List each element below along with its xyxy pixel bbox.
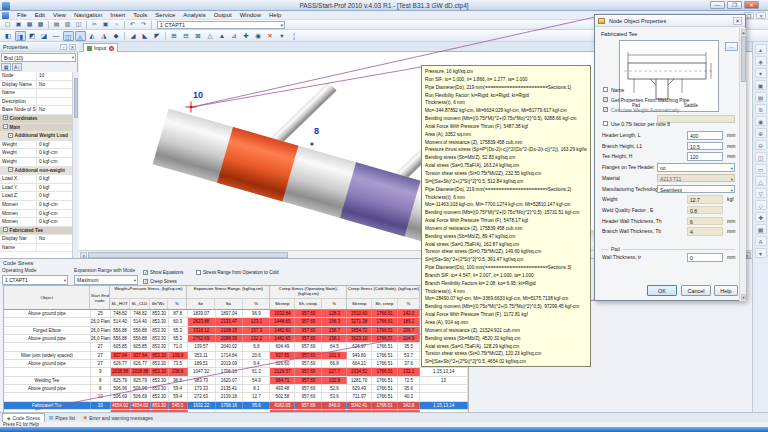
- dock-toolbar-icon[interactable]: ◈: [755, 56, 767, 66]
- table-row[interactable]: Fabricated Tee104654.024654.02853.30545.…: [4, 402, 468, 410]
- element-toolbar-icon[interactable]: △: [205, 31, 216, 41]
- dialog-checkbox[interactable]: [603, 121, 608, 126]
- toolbar-icon[interactable]: ↶: [128, 20, 138, 29]
- dialog-field-select-disabled[interactable]: A213 T11▾: [657, 174, 735, 183]
- element-toolbar-icon[interactable]: ⊟: [181, 31, 192, 41]
- cancel-button[interactable]: Cancel: [681, 285, 711, 296]
- dock-toolbar-icon[interactable]: ⊕: [755, 128, 767, 138]
- scroll-thumb[interactable]: [741, 36, 746, 82]
- pin-icon[interactable]: ▫: [60, 44, 67, 50]
- column-header[interactable]: Sh, creep: [295, 299, 322, 310]
- bottom-tab-pipes-list[interactable]: ▤Pipes list: [45, 413, 79, 422]
- element-toolbar-icon[interactable]: ◤: [152, 31, 163, 41]
- property-value[interactable]: 0 kgf: [37, 175, 72, 183]
- table-row[interactable]: Forged Elbow26,0 Flange556.88556.88853.3…: [4, 327, 468, 335]
- dock-toolbar-icon[interactable]: ✚: [755, 212, 767, 222]
- element-toolbar-icon[interactable]: ◣: [140, 31, 151, 41]
- element-toolbar-icon[interactable]: ◮: [99, 31, 110, 41]
- expansion-range-select[interactable]: Maximum▾: [74, 275, 138, 285]
- minimize-button[interactable]: —: [710, 1, 725, 9]
- dialog-close-icon[interactable]: ✕: [733, 17, 742, 25]
- tab-close-icon[interactable]: ✕: [109, 46, 114, 51]
- dialog-field-input[interactable]: 120: [687, 152, 723, 161]
- property-row[interactable]: Description: [0, 98, 72, 107]
- toolbar-icon[interactable]: ▩: [36, 20, 46, 29]
- help-button[interactable]: Help: [714, 285, 738, 296]
- property-group-row[interactable]: -Main: [0, 124, 72, 133]
- dock-toolbar-icon[interactable]: ◫: [755, 152, 767, 162]
- property-row[interactable]: Momen0 kgf-cm: [0, 201, 72, 210]
- expander-icon[interactable]: -: [3, 124, 8, 129]
- column-header[interactable]: Se: [187, 299, 215, 310]
- expander-icon[interactable]: -: [8, 167, 13, 172]
- property-row[interactable]: Momen0 kgf-cm: [0, 218, 72, 227]
- toolbar-icon[interactable]: ✂: [90, 20, 100, 29]
- property-value[interactable]: 0 kgf: [37, 192, 72, 200]
- toolbar-icon[interactable]: ▢: [3, 20, 13, 29]
- toolbar-icon[interactable]: ▥: [63, 20, 73, 29]
- property-value[interactable]: 0 kgf-cm: [37, 210, 72, 218]
- element-toolbar-icon[interactable]: ▾: [277, 31, 288, 41]
- table-row[interactable]: Welding Tee8825.79825.79853.3096.8983.73…: [4, 377, 468, 385]
- table-row[interactable]: 27605.85605.85853.3071.0139.572040.026.8…: [4, 343, 468, 351]
- property-value[interactable]: No: [37, 235, 72, 243]
- element-toolbar-icon[interactable]: ¦: [289, 31, 300, 41]
- dock-toolbar-icon[interactable]: A: [755, 236, 767, 246]
- menu-service[interactable]: Service: [151, 11, 179, 20]
- show-equations-checkbox[interactable]: [143, 270, 148, 275]
- dialog-checkbox[interactable]: [603, 87, 608, 92]
- maximize-button[interactable]: ❐: [727, 1, 742, 9]
- expander-icon[interactable]: -: [8, 133, 13, 138]
- property-row[interactable]: Load Y,0 kgf: [0, 184, 72, 193]
- pad-wall-thickness-input[interactable]: 0: [687, 253, 723, 262]
- dock-toolbar-icon[interactable]: ▣: [755, 80, 767, 90]
- dock-toolbar-icon[interactable]: ▾: [755, 248, 767, 258]
- element-toolbar-icon[interactable]: —: [51, 31, 62, 41]
- element-toolbar-icon[interactable]: ◉: [253, 31, 264, 41]
- property-group-row[interactable]: +Coordinates: [0, 115, 72, 124]
- property-row[interactable]: Display NameNo: [0, 81, 72, 90]
- column-header[interactable]: %: [168, 299, 187, 310]
- column-header[interactable]: Sa: [215, 299, 243, 310]
- property-value[interactable]: 10: [37, 72, 72, 80]
- element-toolbar-icon[interactable]: ◭: [87, 31, 98, 41]
- menu-edit[interactable]: Edit: [31, 11, 49, 20]
- dock-toolbar-icon[interactable]: ▭: [755, 164, 767, 174]
- column-header[interactable]: Sh, creep: [372, 299, 398, 310]
- operating-mode-select[interactable]: 1 СТАРТ1▾: [2, 275, 68, 285]
- property-value[interactable]: 0 kgf: [37, 141, 72, 149]
- element-toolbar-icon[interactable]: ▲: [217, 31, 228, 41]
- dock-toolbar-icon[interactable]: ≋: [755, 104, 767, 114]
- bottom-tab-error-and-warning-messages[interactable]: ◉Error and warning messages: [79, 413, 157, 422]
- menu-output[interactable]: Output: [210, 11, 236, 20]
- property-value[interactable]: [37, 98, 72, 106]
- dialog-field-select[interactable]: Seamless▾: [657, 185, 735, 194]
- close-icon[interactable]: ✕: [69, 44, 76, 50]
- menu-analysis[interactable]: Analysis: [179, 11, 209, 20]
- property-row[interactable]: Load Z,0 kgf: [0, 192, 72, 201]
- object-selector-dropdown[interactable]: Bnd (10) ▾: [1, 53, 76, 62]
- property-value[interactable]: 0 kgf: [37, 184, 72, 192]
- element-toolbar-icon[interactable]: ◫: [63, 31, 74, 41]
- element-toolbar-icon[interactable]: ◢: [128, 31, 139, 41]
- property-value[interactable]: [37, 89, 72, 97]
- dialog-checkbox[interactable]: [603, 97, 608, 102]
- property-row[interactable]: Name: [0, 244, 72, 253]
- element-toolbar-icon[interactable]: ◬: [75, 31, 86, 41]
- toolbar-icon[interactable]: ▣: [14, 20, 24, 29]
- dialog-title-bar[interactable]: Node Object Properties ✕: [595, 15, 745, 27]
- dialog-checkbox[interactable]: [603, 107, 608, 112]
- properties-scrollbar[interactable]: [72, 72, 78, 258]
- menu-tools[interactable]: Tools: [129, 11, 151, 20]
- property-group-row[interactable]: -Additional non-weight: [0, 167, 72, 176]
- property-row[interactable]: Node10: [0, 72, 72, 81]
- expander-icon[interactable]: -: [3, 227, 8, 232]
- property-row[interactable]: Momen0 kgf-cm: [0, 210, 72, 219]
- menu-help[interactable]: Help: [265, 11, 285, 20]
- table-row[interactable]: 92038.882038.88853.30238.61047.321706.16…: [4, 368, 468, 376]
- close-button[interactable]: ✕: [744, 1, 759, 9]
- mdi-close-button[interactable]: ✕: [756, 12, 766, 19]
- dock-toolbar-icon[interactable]: ◉: [755, 116, 767, 126]
- column-header-object[interactable]: Object: [4, 286, 90, 309]
- property-row[interactable]: Weight0 kgf: [0, 141, 72, 150]
